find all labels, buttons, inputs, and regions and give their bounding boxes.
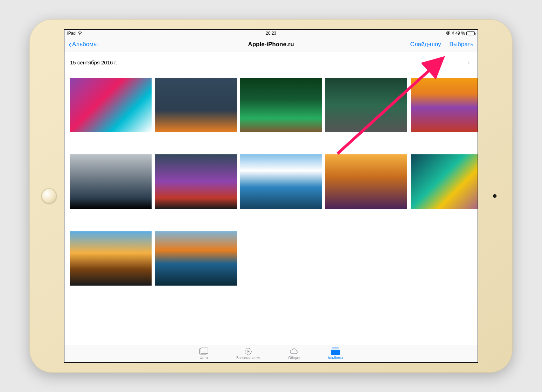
- chevron-left-icon: ‹: [69, 40, 71, 49]
- svg-marker-6: [248, 350, 250, 353]
- nav-bar: ‹ Альбомы Apple-iPhone.ru Слайд-шоу Выбр…: [64, 37, 478, 52]
- status-time: 20:23: [266, 31, 276, 36]
- tab-label: Фото: [200, 356, 208, 360]
- back-button[interactable]: ‹ Альбомы: [69, 40, 271, 49]
- photo-thumbnail[interactable]: [155, 154, 237, 209]
- orientation-lock-icon: [446, 31, 450, 36]
- nav-title: Apple-iPhone.ru: [248, 41, 294, 48]
- svg-rect-8: [332, 349, 339, 349]
- tab-shared[interactable]: Общие: [288, 348, 300, 360]
- front-camera: [493, 194, 496, 198]
- photo-thumbnail[interactable]: [155, 78, 237, 132]
- photo-thumbnail[interactable]: [155, 231, 237, 286]
- svg-rect-7: [332, 348, 339, 348]
- tab-memories[interactable]: Воспоминания: [236, 348, 260, 360]
- select-button[interactable]: Выбрать: [450, 41, 473, 48]
- tab-bar: Фото Воспоминания Общие Альбомы: [64, 345, 478, 362]
- bluetooth-icon: [452, 31, 454, 36]
- photo-thumbnail[interactable]: [70, 154, 152, 209]
- photo-thumbnail[interactable]: [411, 78, 478, 132]
- chevron-right-icon[interactable]: ›: [467, 58, 472, 66]
- battery-icon: [466, 31, 475, 35]
- status-bar: iPad 20:23 49 %: [64, 30, 478, 37]
- svg-rect-4: [201, 348, 208, 354]
- back-label: Альбомы: [72, 41, 98, 48]
- ipad-device-frame: iPad 20:23 49 % ‹ Альбомы: [29, 19, 513, 373]
- status-right: 49 %: [271, 31, 475, 36]
- tab-label: Альбомы: [328, 356, 343, 360]
- memories-icon: [244, 348, 253, 355]
- home-button[interactable]: [41, 188, 57, 204]
- svg-rect-9: [331, 350, 340, 355]
- battery-percent: 49 %: [456, 31, 465, 36]
- photo-thumbnail[interactable]: [70, 231, 152, 286]
- screen: iPad 20:23 49 % ‹ Альбомы: [64, 29, 478, 363]
- date-label: 15 сентября 2016 г.: [70, 59, 117, 65]
- photos-icon: [199, 348, 208, 355]
- photo-thumbnail[interactable]: [70, 78, 152, 132]
- photo-thumbnail[interactable]: [325, 154, 407, 209]
- albums-icon: [331, 348, 340, 355]
- photo-thumbnail[interactable]: [411, 154, 478, 209]
- content-area: 15 сентября 2016 г. › ♥: [64, 52, 478, 345]
- status-left: iPad: [67, 31, 271, 36]
- device-label: iPad: [67, 31, 76, 36]
- photo-grid: ♥: [70, 78, 472, 250]
- wifi-icon: [77, 31, 82, 36]
- tab-photos[interactable]: Фото: [199, 348, 208, 360]
- tab-label: Общие: [288, 356, 300, 360]
- photo-thumbnail[interactable]: [240, 78, 322, 132]
- photo-thumbnail[interactable]: [240, 154, 322, 209]
- slideshow-button[interactable]: Слайд-шоу: [410, 41, 441, 48]
- tab-label: Воспоминания: [236, 356, 260, 360]
- photo-thumbnail[interactable]: [325, 78, 407, 132]
- date-header: 15 сентября 2016 г. ›: [70, 58, 472, 66]
- cloud-icon: [290, 348, 299, 355]
- tab-albums[interactable]: Альбомы: [328, 348, 343, 360]
